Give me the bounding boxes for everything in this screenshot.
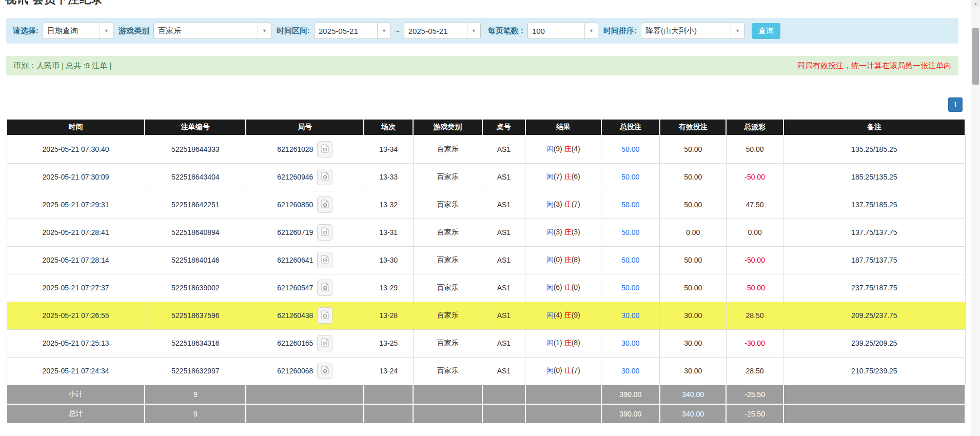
select-type-label: 请选择: (13, 26, 38, 36)
cell-total-bet[interactable]: 30.00 (601, 329, 660, 357)
time-sort-dropdown[interactable]: 降幂(由大到小) ▼ (641, 23, 744, 39)
cell-total-bet[interactable]: 30.00 (601, 302, 660, 329)
cell-note: 239.25/209.25 (783, 329, 965, 357)
cell-result: 闲(0) 庄(7) (525, 357, 601, 385)
cell-note: 237.75/187.75 (783, 274, 965, 302)
scroll-up-icon[interactable]: ▲ (971, 0, 980, 7)
video-replay-button[interactable] (317, 196, 332, 213)
cell-note: 209.25/237.75 (783, 302, 965, 329)
header-time: 时间 (7, 119, 145, 135)
banker-label: 庄 (564, 255, 572, 264)
cell-total-bet[interactable]: 50.00 (601, 219, 660, 246)
video-replay-button[interactable] (317, 335, 332, 351)
header-bet-id: 注单编号 (145, 119, 246, 135)
header-payout: 总派彩 (726, 119, 783, 135)
cell-note: 137.75/185.25 (783, 191, 965, 219)
cell-bet-id: 522518640146 (145, 246, 246, 274)
cell-table-no: AS1 (482, 191, 525, 219)
cell-valid-bet: 30.00 (660, 302, 727, 329)
cell-total-bet[interactable]: 50.00 (601, 191, 660, 219)
video-replay-button[interactable] (317, 280, 332, 296)
cell-total-bet[interactable]: 50.00 (601, 246, 660, 274)
cell-bet-id: 522518644333 (145, 135, 246, 163)
table-row: 2025-05-21 07:24:34522518632997621260068… (7, 357, 965, 385)
game-type-dropdown[interactable]: 百家乐 ▼ (153, 23, 271, 39)
banker-score: (8) (572, 339, 580, 347)
chevron-down-icon: ▼ (258, 23, 271, 38)
cell-table-no: AS1 (482, 246, 525, 274)
pagination-page-1-button[interactable]: 1 (948, 97, 963, 112)
cell-bet-id: 522518639002 (145, 274, 246, 302)
cell-bet-id: 522518640894 (145, 219, 246, 246)
player-score: (3) (554, 228, 562, 236)
cell-table-no: AS1 (482, 302, 525, 329)
banker-score: (7) (572, 200, 580, 208)
cell-table-no: AS1 (482, 329, 525, 357)
bet-records-table: 时间 注单编号 局号 场次 游戏类别 桌号 结果 总投注 有效投注 总派彩 备注… (6, 118, 966, 424)
subtotal-row: 小计 9 390.00 340.00 -25.50 (7, 385, 965, 404)
time-sort-value: 降幂(由大到小) (641, 26, 731, 36)
player-score: (9) (554, 145, 562, 153)
cell-table-no: AS1 (482, 219, 525, 246)
player-label: 闲 (546, 172, 554, 181)
cell-table-no: AS1 (482, 357, 525, 385)
cell-total-bet[interactable]: 50.00 (601, 163, 660, 191)
cell-round-id: 621260850 (246, 191, 364, 219)
table-row: 2025-05-21 07:27:37522518639002621260547… (7, 274, 965, 302)
banker-label: 庄 (564, 200, 572, 208)
cell-game-type: 百家乐 (413, 274, 482, 302)
cell-valid-bet: 50.00 (660, 274, 727, 302)
subtotal-total-bet: 390.00 (601, 385, 660, 404)
chevron-down-icon: ▼ (467, 23, 480, 38)
table-row: 2025-05-21 07:28:14522518640146621260641… (7, 246, 965, 274)
cell-total-bet[interactable]: 30.00 (601, 357, 660, 385)
total-valid-bet: 340.00 (660, 404, 727, 424)
filter-bar: 请选择: 日期查询 ▼ 游戏类别 百家乐 ▼ 时间区间: 2025-05-21 … (6, 18, 958, 44)
round-number: 621260068 (277, 367, 313, 375)
cell-payout: 47.50 (726, 191, 783, 219)
video-replay-button[interactable] (317, 224, 332, 241)
query-type-dropdown[interactable]: 日期查询 ▼ (43, 23, 113, 39)
video-replay-button[interactable] (317, 141, 332, 157)
cell-time: 2025-05-21 07:29:31 (7, 191, 145, 219)
video-replay-button[interactable] (317, 252, 332, 268)
query-button[interactable]: 查询 (752, 23, 780, 39)
page-size-dropdown[interactable]: 100 ▼ (527, 23, 598, 39)
round-number: 621260946 (277, 173, 313, 181)
cell-total-bet[interactable]: 50.00 (601, 135, 660, 163)
header-session: 场次 (364, 119, 413, 135)
cell-session: 13-34 (364, 135, 413, 163)
cell-payout: 50.00 (726, 135, 783, 163)
date-from-dropdown[interactable]: 2025-05-21 ▼ (314, 23, 391, 39)
table-row: 2025-05-21 07:26:55522518637596621260438… (7, 302, 965, 329)
total-payout: -25.50 (726, 404, 783, 424)
cell-result: 闲(1) 庄(8) (525, 329, 601, 357)
cell-result: 闲(7) 庄(6) (525, 163, 601, 191)
cell-round-id: 621261028 (246, 135, 364, 163)
cell-session: 13-32 (364, 191, 413, 219)
cell-round-id: 621260719 (246, 219, 364, 246)
cell-game-type: 百家乐 (413, 329, 482, 357)
cell-payout: -50.00 (726, 274, 783, 302)
banker-label: 庄 (564, 172, 572, 181)
round-number: 621260547 (277, 284, 313, 292)
cell-note: 187.75/137.75 (783, 246, 965, 274)
cell-round-id: 621260946 (246, 163, 364, 191)
video-replay-icon (321, 283, 329, 293)
cell-total-bet[interactable]: 50.00 (601, 274, 660, 302)
video-replay-button[interactable] (317, 169, 332, 185)
cell-payout: -30.00 (726, 329, 783, 357)
player-score: (1) (554, 339, 562, 347)
video-replay-button[interactable] (317, 307, 332, 324)
vertical-scrollbar[interactable]: ▲ (971, 0, 980, 436)
scrollbar-thumb[interactable] (972, 28, 979, 85)
chevron-down-icon: ▼ (731, 23, 744, 38)
time-sort-label: 时间排序: (603, 26, 637, 36)
date-to-dropdown[interactable]: 2025-05-21 ▼ (404, 23, 481, 39)
video-replay-icon (321, 255, 329, 265)
video-replay-button[interactable] (317, 363, 332, 379)
cell-result: 闲(4) 庄(9) (525, 302, 601, 329)
table-row: 2025-05-21 07:25:13522518634316621260165… (7, 329, 965, 357)
cell-table-no: AS1 (482, 274, 525, 302)
round-number: 621260641 (277, 256, 313, 264)
